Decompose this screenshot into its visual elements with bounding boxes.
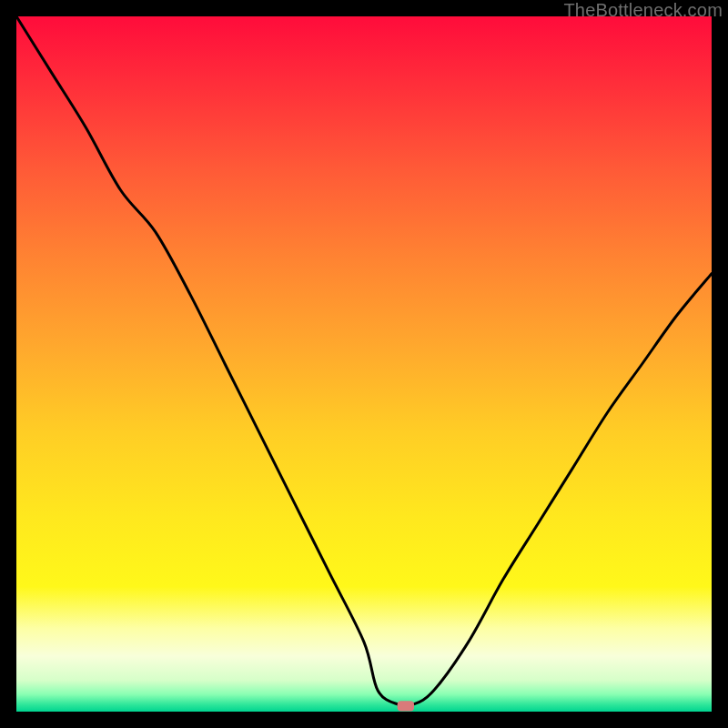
plot-area [16, 16, 712, 712]
bottleneck-curve-chart [16, 16, 712, 712]
minimum-marker [398, 701, 414, 711]
gradient-background [16, 16, 712, 712]
chart-frame: TheBottleneck.com [0, 0, 728, 728]
attribution-label: TheBottleneck.com [563, 0, 723, 21]
